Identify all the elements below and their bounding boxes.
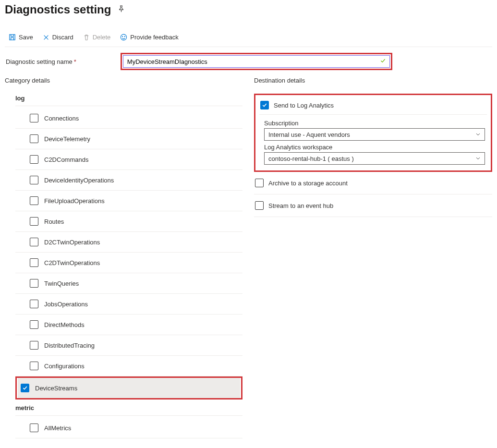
checkbox[interactable] [30, 258, 38, 267]
checkbox[interactable] [30, 424, 38, 432]
checkbox-log-analytics[interactable] [260, 101, 269, 109]
checkbox[interactable] [30, 279, 38, 288]
workspace-select[interactable]: contoso-rental-hub-1 ( eastus ) [264, 152, 485, 165]
checkbox[interactable] [30, 176, 38, 184]
log-item[interactable]: Configurations [15, 356, 242, 376]
feedback-label: Provide feedback [130, 34, 178, 41]
workspace-label: Log Analytics workspace [264, 144, 485, 151]
save-icon [9, 34, 16, 41]
eventhub-label: Stream to an event hub [268, 202, 333, 209]
checkbox-eventhub[interactable] [255, 201, 264, 210]
save-button[interactable]: Save [7, 33, 35, 42]
check-icon [380, 58, 386, 65]
discard-icon [43, 34, 49, 41]
checkbox[interactable] [30, 196, 38, 205]
feedback-icon [120, 34, 127, 41]
checkbox-label: DistributedTracing [44, 342, 95, 349]
stream-eventhub-option[interactable]: Stream to an event hub [254, 194, 492, 217]
log-item-devicestreams[interactable]: DeviceStreams [18, 378, 240, 398]
log-item[interactable]: Connections [15, 108, 242, 129]
category-details-heading: Category details [5, 77, 242, 84]
log-item[interactable]: D2CTwinOperations [15, 232, 242, 253]
metric-item[interactable]: AllMetrics [15, 418, 242, 438]
destination-details-heading: Destination details [254, 77, 492, 84]
checkbox[interactable] [30, 300, 38, 308]
svg-point-2 [122, 36, 123, 37]
checkbox[interactable] [30, 155, 38, 164]
delete-icon [83, 34, 90, 41]
checkbox-label: C2DTwinOperations [44, 259, 100, 266]
svg-rect-0 [10, 35, 15, 40]
checkbox[interactable] [30, 217, 38, 226]
log-item[interactable]: TwinQueries [15, 273, 242, 294]
setting-name-label: Diagnostic setting name* [6, 58, 76, 65]
checkbox-storage[interactable] [255, 179, 264, 187]
checkbox-label: FileUploadOperations [44, 197, 105, 205]
log-analytics-label: Send to Log Analytics [274, 102, 334, 109]
save-label: Save [19, 34, 33, 41]
checkbox-label: DeviceIdentityOperations [44, 177, 114, 184]
checkbox-label: C2DCommands [44, 156, 88, 163]
chevron-down-icon [475, 156, 481, 162]
log-item[interactable]: C2DTwinOperations [15, 253, 242, 273]
log-item[interactable]: C2DCommands [15, 149, 242, 170]
checkbox-label: D2CTwinOperations [44, 239, 100, 246]
pin-icon[interactable] [118, 5, 125, 14]
checkbox-label: DeviceStreams [35, 385, 77, 392]
svg-point-3 [125, 36, 125, 37]
checkbox[interactable] [30, 341, 38, 350]
checkbox[interactable] [30, 114, 38, 122]
chevron-down-icon [475, 132, 481, 138]
checkbox-devicestreams[interactable] [21, 384, 29, 392]
archive-storage-option[interactable]: Archive to a storage account [254, 172, 492, 194]
discard-label: Discard [52, 34, 73, 41]
workspace-value: contoso-rental-hub-1 ( eastus ) [268, 155, 354, 162]
checkbox-label: Connections [44, 115, 79, 122]
checkbox-label: DeviceTelemetry [44, 135, 90, 143]
discard-button[interactable]: Discard [41, 33, 75, 42]
subscription-value: Internal use - Aquent vendors [268, 131, 350, 138]
checkbox-label: JobsOperations [44, 301, 88, 308]
log-item[interactable]: Routes [15, 211, 242, 232]
subscription-select[interactable]: Internal use - Aquent vendors [264, 128, 485, 141]
devicestreams-highlight: DeviceStreams [15, 376, 242, 400]
log-analytics-highlight: Send to Log Analytics Subscription Inter… [254, 94, 492, 172]
feedback-button[interactable]: Provide feedback [118, 33, 180, 42]
subscription-label: Subscription [264, 120, 485, 127]
log-item[interactable]: FileUploadOperations [15, 191, 242, 211]
log-item[interactable]: DeviceIdentityOperations [15, 170, 242, 191]
checkbox[interactable] [30, 238, 38, 246]
checkbox[interactable] [30, 134, 38, 143]
log-item[interactable]: DirectMethods [15, 315, 242, 335]
checkbox-label: AllMetrics [44, 424, 71, 432]
checkbox[interactable] [30, 320, 38, 329]
log-group-title: log [15, 93, 242, 106]
setting-name-highlight [121, 53, 392, 70]
storage-label: Archive to a storage account [268, 180, 348, 187]
delete-button: Delete [81, 33, 113, 42]
checkbox-label: Routes [44, 218, 64, 225]
page-title: Diagnostics setting [5, 3, 111, 16]
delete-label: Delete [93, 34, 111, 41]
checkbox-label: Configurations [44, 363, 85, 370]
log-item[interactable]: DistributedTracing [15, 335, 242, 356]
checkbox[interactable] [30, 362, 38, 370]
checkbox-label: TwinQueries [44, 280, 79, 287]
log-item[interactable]: JobsOperations [15, 294, 242, 315]
metric-group-title: metric [15, 402, 242, 416]
setting-name-input[interactable] [123, 55, 390, 68]
svg-point-1 [121, 34, 127, 40]
log-item[interactable]: DeviceTelemetry [15, 129, 242, 149]
checkbox-label: DirectMethods [44, 321, 85, 328]
toolbar: Save Discard Delete Provide feedback [5, 30, 492, 47]
